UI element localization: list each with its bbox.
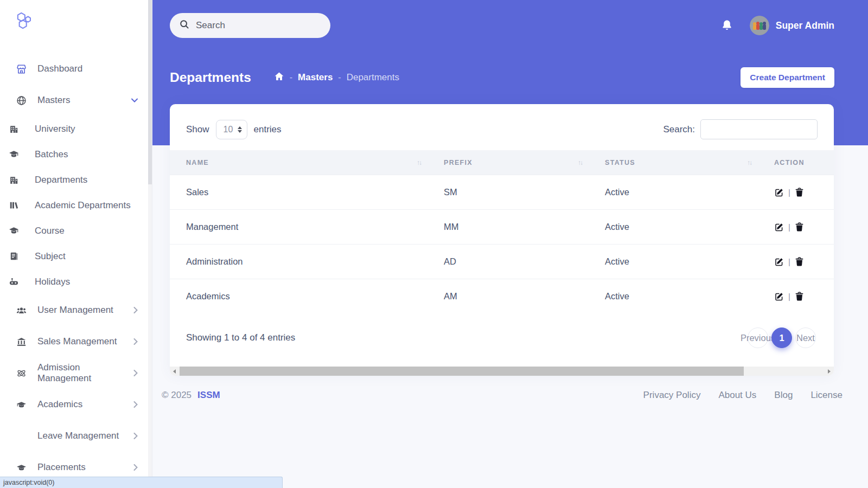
sort-icon: ↑↓ xyxy=(417,159,421,166)
table-row: Academics AM Active | xyxy=(170,279,834,313)
sidebar-item-label: Placements xyxy=(37,462,86,473)
sidebar-item-academics[interactable]: Academics xyxy=(0,389,152,420)
footer-link-about-us[interactable]: About Us xyxy=(718,390,756,401)
sidebar-item-label: Leave Management xyxy=(37,431,119,441)
sidebar-item-holidays[interactable]: Holidays xyxy=(0,269,152,294)
user-avatar[interactable] xyxy=(750,16,769,35)
brand-link[interactable]: ISSM xyxy=(197,390,220,401)
delete-icon[interactable] xyxy=(795,222,804,232)
home-icon[interactable] xyxy=(274,72,284,84)
sidebar-item-leave-management[interactable]: Leave Management xyxy=(0,420,152,452)
pagination: Previous 1 Next xyxy=(746,328,818,348)
pagination-next[interactable]: Next xyxy=(795,328,816,348)
breadcrumb: - Masters - Departments xyxy=(274,72,399,84)
delete-icon[interactable] xyxy=(795,292,804,301)
cell-action: | xyxy=(774,292,818,301)
footer-link-blog[interactable]: Blog xyxy=(774,390,793,401)
table-header-row: NAME↑↓ PREFIX↑↓ STATUS↑↓ ACTION xyxy=(170,150,834,175)
cell-status: Active xyxy=(605,222,774,232)
footer-link-privacy-policy[interactable]: Privacy Policy xyxy=(643,390,701,401)
sidebar-item-label: Academics xyxy=(37,399,82,410)
scroll-right-arrow-icon[interactable] xyxy=(825,367,834,376)
sidebar-item-label: Departments xyxy=(35,175,87,185)
column-header-action: ACTION xyxy=(774,159,818,166)
cell-name: Academics xyxy=(186,291,444,301)
delete-icon[interactable] xyxy=(795,188,804,197)
entries-label: entries xyxy=(254,124,282,135)
notifications-bell-icon[interactable] xyxy=(722,20,732,31)
column-header-status[interactable]: STATUS↑↓ xyxy=(605,159,774,166)
edit-icon[interactable] xyxy=(774,257,784,267)
table-row: Management MM Active | xyxy=(170,209,834,244)
chevron-right-icon xyxy=(133,307,138,313)
footer-link-license[interactable]: License xyxy=(810,390,843,401)
sidebar-item-course[interactable]: Course xyxy=(0,218,152,243)
column-header-name[interactable]: NAME↑↓ xyxy=(186,159,444,166)
main-area: Super Admin Departments - Masters - Depa… xyxy=(152,0,868,488)
app-logo-icon[interactable] xyxy=(15,12,34,33)
horizontal-scrollbar[interactable] xyxy=(170,367,834,376)
edit-icon[interactable] xyxy=(774,292,784,301)
pagination-previous[interactable]: Previous xyxy=(748,328,768,348)
page-header: Departments - Masters - Departments Crea… xyxy=(152,67,868,88)
edit-icon[interactable] xyxy=(774,222,784,232)
sidebar-item-subject[interactable]: Subject xyxy=(0,243,152,269)
sidebar-item-masters[interactable]: Masters xyxy=(0,85,152,116)
blank-icon xyxy=(16,431,27,441)
sidebar-item-academic-departments[interactable]: Academic Departments xyxy=(0,192,152,218)
copyright-text: © 2025 xyxy=(162,390,192,401)
create-department-button[interactable]: Create Department xyxy=(741,67,834,88)
cell-name: Sales xyxy=(186,187,444,197)
sort-icon: ↑↓ xyxy=(747,159,751,166)
table-search-label: Search: xyxy=(663,124,695,135)
global-search[interactable] xyxy=(170,13,330,38)
atom-icon xyxy=(16,368,27,378)
breadcrumb-separator: - xyxy=(338,73,341,82)
sidebar-scrollbar[interactable] xyxy=(148,0,152,488)
library-books-icon xyxy=(9,200,19,210)
graduation-cap-icon xyxy=(9,226,19,236)
sidebar-item-label: Academic Departments xyxy=(35,200,131,211)
page-footer: © 2025 ISSM Privacy Policy About Us Blog… xyxy=(152,390,868,401)
sidebar-item-university[interactable]: University xyxy=(0,116,152,142)
edit-icon[interactable] xyxy=(774,188,784,197)
globe-icon xyxy=(16,95,27,106)
topbar: Super Admin xyxy=(152,0,868,51)
sidebar-item-dashboard[interactable]: Dashboard xyxy=(0,53,152,85)
table-search-input[interactable] xyxy=(700,119,818,139)
sidebar-item-departments[interactable]: Departments xyxy=(0,167,152,192)
sidebar-item-label: Masters xyxy=(37,95,70,106)
user-name[interactable]: Super Admin xyxy=(776,20,834,31)
cell-prefix: SM xyxy=(444,187,605,197)
action-separator: | xyxy=(788,292,790,301)
sidebar-item-label: University xyxy=(35,124,75,134)
scrollbar-thumb[interactable] xyxy=(180,367,744,376)
cell-action: | xyxy=(774,188,818,197)
column-header-prefix[interactable]: PREFIX↑↓ xyxy=(444,159,605,166)
cell-status: Active xyxy=(605,187,774,197)
sidebar-item-user-management[interactable]: User Management xyxy=(0,294,152,326)
search-icon xyxy=(180,20,189,31)
sidebar-item-batches[interactable]: Batches xyxy=(0,142,152,167)
page-size-select[interactable]: 10 xyxy=(216,120,247,139)
cell-prefix: MM xyxy=(444,222,605,232)
cell-name: Administration xyxy=(186,256,444,267)
game-controller-icon xyxy=(9,277,19,287)
graduation-cap-icon xyxy=(16,400,27,410)
pagination-page-1[interactable]: 1 xyxy=(771,328,792,348)
delete-icon[interactable] xyxy=(795,257,804,267)
sidebar-item-label: Subject xyxy=(35,251,66,262)
status-text: javascript:void(0) xyxy=(3,479,54,486)
page-title: Departments xyxy=(170,70,251,85)
sidebar-item-admission-management[interactable]: Admission Management xyxy=(0,357,152,389)
table-search: Search: xyxy=(663,119,818,139)
scroll-left-arrow-icon[interactable] xyxy=(170,367,179,376)
graduation-cap-icon xyxy=(16,463,27,473)
search-input[interactable] xyxy=(196,20,315,31)
breadcrumb-masters[interactable]: Masters xyxy=(298,72,333,83)
sidebar-item-sales-management[interactable]: Sales Management xyxy=(0,326,152,357)
cell-status: Active xyxy=(605,291,774,301)
cell-prefix: AD xyxy=(444,256,605,267)
graduation-cap-icon xyxy=(9,149,19,159)
sidebar-item-label: Sales Management xyxy=(37,336,117,347)
